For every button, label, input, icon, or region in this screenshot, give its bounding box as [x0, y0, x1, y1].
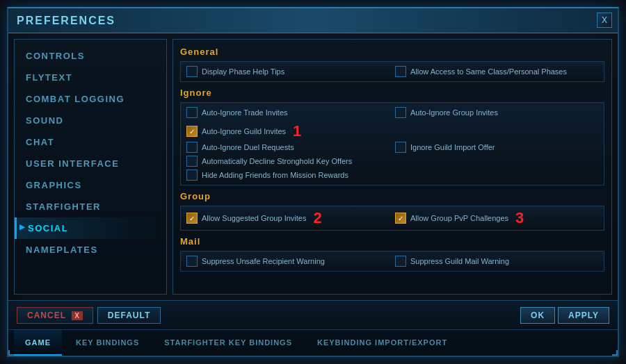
tab-game[interactable]: GAME: [14, 330, 62, 356]
cb-suppress-unsafe[interactable]: [186, 256, 198, 267]
main-panel: General Display Phase Help Tips Allow Ac…: [172, 39, 612, 295]
general-row-1: Display Phase Help Tips Allow Access to …: [186, 66, 598, 77]
general-options-box: Display Phase Help Tips Allow Access to …: [180, 61, 604, 82]
bottom-right-buttons: OK APPLY: [520, 307, 609, 324]
section-header-group: Group: [180, 191, 604, 201]
sidebar-item-flytext[interactable]: FLYTEXT: [15, 67, 166, 88]
main-window: PREFERENCES X CONTROLS FLYTEXT COMBAT LO…: [7, 7, 619, 357]
badge-1: 1: [293, 124, 301, 139]
cancel-button[interactable]: CANCEL X: [17, 307, 93, 324]
ignore-row-3: Automatically Decline Stronghold Key Off…: [186, 156, 598, 167]
label-allow-group-pvp: Allow Group PvP Challenges: [410, 214, 508, 222]
label-display-phase-help: Display Phase Help Tips: [202, 67, 284, 76]
option-auto-ignore-guild: Auto-Ignore Guild Invites 1: [186, 124, 598, 139]
sidebar: CONTROLS FLYTEXT COMBAT LOGGING SOUND CH…: [14, 39, 167, 295]
cb-ignore-guild-import[interactable]: [395, 142, 406, 153]
cb-auto-ignore-duel[interactable]: [186, 142, 198, 153]
bottom-bar: CANCEL X DEFAULT OK APPLY: [8, 300, 618, 329]
cancel-x: X: [72, 311, 83, 320]
close-button[interactable]: X: [597, 13, 612, 28]
badge-2: 2: [313, 210, 321, 226]
label-auto-ignore-trade: Auto-Ignore Trade Invites: [202, 108, 288, 117]
sidebar-item-starfighter[interactable]: STARFIGHTER: [15, 196, 166, 217]
bottom-left-buttons: CANCEL X DEFAULT: [17, 307, 161, 324]
cb-auto-ignore-guild[interactable]: [186, 126, 198, 137]
ignore-row-4: Hide Adding Friends from Mission Rewards: [186, 169, 598, 181]
label-ignore-guild-import: Ignore Guild Import Offer: [410, 143, 495, 151]
tab-starfighter-key-bindings[interactable]: STARFIGHTER KEY BINDINGS: [153, 330, 303, 356]
label-suppress-guild-mail: Suppress Guild Mail Warning: [410, 257, 509, 265]
option-suppress-unsafe: Suppress Unsafe Recipient Warning: [186, 256, 390, 267]
default-button[interactable]: DEFAULT: [97, 307, 161, 324]
tab-keybinding-import-label: KEYBINDING IMPORT/EXPORT: [317, 338, 447, 347]
ignore-options-box: Auto-Ignore Trade Invites Auto-Ignore Gr…: [180, 102, 604, 185]
option-allow-suggested-group: Allow Suggested Group Invites 2: [186, 210, 390, 226]
option-auto-ignore-trade: Auto-Ignore Trade Invites: [186, 107, 390, 118]
mail-row-1: Suppress Unsafe Recipient Warning Suppre…: [186, 256, 598, 267]
option-hide-adding-friends: Hide Adding Friends from Mission Rewards: [186, 169, 598, 181]
option-allow-access-class: Allow Access to Same Class/Personal Phas…: [395, 66, 598, 77]
sidebar-item-chat[interactable]: CHAT: [15, 131, 166, 153]
option-display-phase-help: Display Phase Help Tips: [186, 66, 390, 77]
title-bar: PREFERENCES X: [8, 8, 618, 33]
section-header-general: General: [180, 47, 604, 57]
option-auto-ignore-group: Auto-Ignore Group Invites: [395, 107, 598, 118]
option-suppress-guild-mail: Suppress Guild Mail Warning: [395, 256, 598, 267]
cb-auto-decline-stronghold[interactable]: [186, 156, 198, 167]
option-allow-group-pvp: Allow Group PvP Challenges 3: [395, 210, 598, 226]
cb-allow-access-class[interactable]: [395, 66, 406, 77]
option-auto-ignore-duel: Auto-Ignore Duel Requests: [186, 142, 390, 153]
cb-allow-suggested-group[interactable]: [186, 213, 198, 224]
tab-key-bindings-label: KEY BINDINGS: [76, 338, 139, 347]
content-area: CONTROLS FLYTEXT COMBAT LOGGING SOUND CH…: [8, 33, 618, 300]
label-allow-suggested-group: Allow Suggested Group Invites: [202, 214, 306, 222]
section-header-mail: Mail: [180, 236, 604, 247]
label-auto-ignore-group: Auto-Ignore Group Invites: [410, 108, 498, 117]
tab-starfighter-key-bindings-label: STARFIGHTER KEY BINDINGS: [164, 338, 292, 347]
group-options-box: Allow Suggested Group Invites 2 Allow Gr…: [180, 206, 604, 231]
tab-game-label: GAME: [25, 338, 51, 347]
cancel-label: CANCEL: [27, 311, 66, 320]
sidebar-item-nameplates[interactable]: NAMEPLATES: [15, 239, 166, 260]
label-auto-ignore-duel: Auto-Ignore Duel Requests: [202, 143, 294, 151]
cb-allow-group-pvp[interactable]: [395, 213, 406, 224]
mail-options-box: Suppress Unsafe Recipient Warning Suppre…: [180, 251, 604, 272]
option-ignore-guild-import: Ignore Guild Import Offer: [395, 142, 598, 153]
label-auto-ignore-guild: Auto-Ignore Guild Invites: [202, 127, 286, 135]
option-auto-decline-stronghold: Automatically Decline Stronghold Key Off…: [186, 156, 598, 167]
sidebar-item-combat-logging[interactable]: COMBAT LOGGING: [15, 88, 166, 110]
ignore-row-2: Auto-Ignore Duel Requests Ignore Guild I…: [186, 142, 598, 153]
group-row-1: Allow Suggested Group Invites 2 Allow Gr…: [186, 210, 598, 226]
label-allow-access-class: Allow Access to Same Class/Personal Phas…: [410, 67, 567, 76]
sidebar-item-graphics[interactable]: GRAPHICS: [15, 174, 166, 196]
label-auto-decline-stronghold: Automatically Decline Stronghold Key Off…: [202, 157, 352, 165]
sidebar-item-sound[interactable]: SOUND: [15, 110, 166, 131]
tab-bar: GAME KEY BINDINGS STARFIGHTER KEY BINDIN…: [8, 329, 618, 356]
cb-display-phase-help[interactable]: [186, 66, 198, 77]
tab-keybinding-import[interactable]: KEYBINDING IMPORT/EXPORT: [306, 330, 458, 356]
label-hide-adding-friends: Hide Adding Friends from Mission Rewards: [202, 171, 348, 179]
sidebar-item-controls[interactable]: CONTROLS: [15, 45, 166, 67]
badge-3: 3: [515, 210, 524, 226]
section-header-ignore: Ignore: [180, 88, 604, 98]
ignore-row-1: Auto-Ignore Trade Invites Auto-Ignore Gr…: [186, 107, 598, 139]
sidebar-item-social[interactable]: SOCIAL: [15, 217, 166, 239]
cb-auto-ignore-trade[interactable]: [186, 107, 198, 118]
apply-button[interactable]: APPLY: [558, 307, 609, 324]
window-title: PREFERENCES: [17, 15, 115, 27]
cb-hide-adding-friends[interactable]: [186, 169, 198, 181]
label-suppress-unsafe: Suppress Unsafe Recipient Warning: [202, 257, 325, 265]
tab-key-bindings[interactable]: KEY BINDINGS: [65, 330, 150, 356]
sidebar-item-user-interface[interactable]: USER INTERFACE: [15, 153, 166, 174]
ok-button[interactable]: OK: [520, 307, 555, 324]
cb-suppress-guild-mail[interactable]: [395, 256, 406, 267]
cb-auto-ignore-group[interactable]: [395, 107, 406, 118]
